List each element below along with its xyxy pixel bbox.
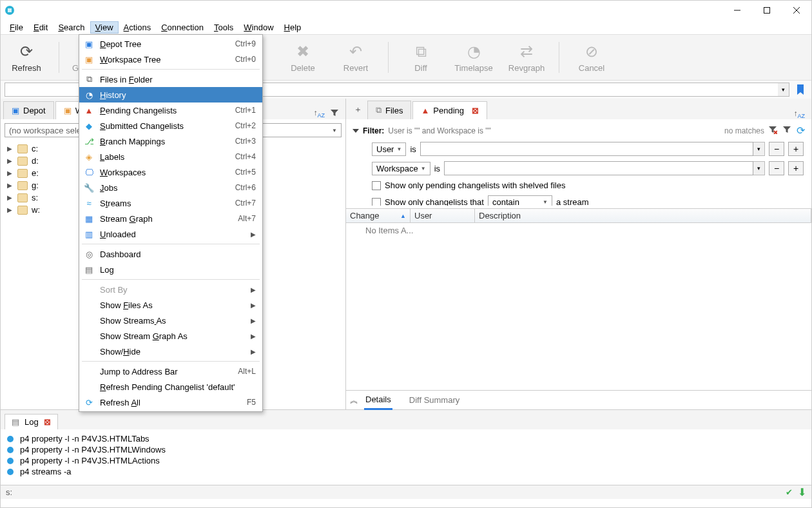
minimize-button[interactable] — [722, 1, 752, 20]
bookmark-icon[interactable] — [793, 83, 807, 97]
sort-icon[interactable]: ↑AZ — [313, 108, 325, 119]
menu-item-refresh-all[interactable]: ⟳Refresh AllF5 — [79, 395, 262, 410]
menu-tools[interactable]: Tools — [209, 21, 238, 34]
menu-item-workspace-tree[interactable]: ▣Workspace TreeCtrl+0 — [79, 52, 262, 67]
toolbar-delete: ✖Delete — [282, 43, 324, 73]
menu-item-show-files-as[interactable]: Show Files As▶ — [79, 297, 262, 313]
log-line: p4 property -l -n P4VJS.HTMLWindows — [7, 444, 805, 455]
diff-icon: ⧉ — [412, 43, 430, 61]
menu-item-log[interactable]: ▤Log — [79, 262, 262, 277]
folder-icon — [17, 157, 28, 166]
menu-item-jump-to-address-bar[interactable]: Jump to Address BarAlt+L — [79, 364, 262, 379]
log-tab[interactable]: ▤ Log ⊠ — [5, 414, 58, 429]
menu-item-unloaded[interactable]: ▥Unloaded▶ — [79, 226, 262, 242]
is-label-2: is — [434, 164, 440, 173]
menu-item-show-streams-as[interactable]: Show Streams As▶ — [79, 313, 262, 328]
close-log-icon[interactable]: ⊠ — [44, 417, 51, 427]
menu-item-streams[interactable]: ≈StreamsCtrl+7 — [79, 195, 262, 211]
user-input[interactable] — [420, 142, 753, 156]
close-tab-icon[interactable]: ⊠ — [472, 106, 479, 115]
folder-icon — [17, 144, 28, 153]
revert-icon: ↶ — [347, 43, 365, 61]
stream-checkbox[interactable] — [372, 198, 381, 206]
add-user-filter[interactable]: + — [788, 142, 804, 156]
contain-combo[interactable]: contain▼ — [488, 195, 552, 206]
menu-item-depot-tree[interactable]: ▣Depot TreeCtrl+9 — [79, 36, 262, 52]
toolbar-label: Revgraph — [508, 63, 545, 73]
menu-edit[interactable]: Edit — [28, 21, 53, 34]
clear-filter-icon[interactable] — [768, 125, 777, 136]
remove-workspace-filter[interactable]: − — [769, 161, 784, 175]
log-body: p4 property -l -n P4VJS.HTMLTabsp4 prope… — [1, 429, 811, 485]
expand-icon[interactable]: ▶ — [7, 170, 14, 177]
filter-icon[interactable] — [782, 125, 791, 136]
menu-item-history[interactable]: ◔History — [79, 87, 262, 103]
add-workspace-filter[interactable]: + — [788, 161, 804, 175]
blank-icon — [83, 315, 95, 326]
menu-item-submitted-changelists[interactable]: ◆Submitted ChangelistsCtrl+2 — [79, 118, 262, 133]
menu-help[interactable]: Help — [279, 21, 307, 34]
menu-item-show-hide[interactable]: Show/Hide▶ — [79, 344, 262, 359]
blank-icon — [83, 299, 95, 311]
view-menu-dropdown: ▣Depot TreeCtrl+9▣Workspace TreeCtrl+0⧉F… — [79, 34, 263, 412]
shelved-checkbox[interactable] — [372, 181, 381, 190]
menu-window[interactable]: Window — [238, 21, 278, 34]
tab-diff-summary[interactable]: Diff Summary — [408, 391, 461, 409]
menu-item-jobs[interactable]: 🔧JobsCtrl+6 — [79, 180, 262, 195]
close-button[interactable] — [782, 1, 811, 20]
workspace-input[interactable] — [444, 161, 753, 175]
menu-item-files-in-folder[interactable]: ⧉Files in Folder — [79, 72, 262, 87]
expand-icon[interactable]: ︽ — [350, 395, 358, 406]
tab-details[interactable]: Details — [364, 391, 392, 410]
user-dd[interactable]: ▾ — [753, 142, 765, 156]
toolbar-timelapse: ◔Timelapse — [453, 43, 494, 73]
menu-item-dashboard[interactable]: ◎Dashboard — [79, 246, 262, 262]
sort-icon[interactable]: ↑AZ — [793, 109, 805, 119]
menu-file[interactable]: File — [5, 21, 28, 34]
expand-icon[interactable]: ▶ — [7, 182, 14, 189]
menu-item-refresh-pending-changelist-default-[interactable]: Refresh Pending Changelist 'default' — [79, 379, 262, 395]
tab-files[interactable]: ⧉ Files — [367, 101, 411, 119]
maximize-button[interactable] — [752, 1, 782, 20]
log-panel: ▤ Log ⊠ p4 property -l -n P4VJS.HTMLTabs… — [1, 409, 811, 485]
tab-pending[interactable]: ▲ Pending ⊠ — [412, 101, 487, 119]
tab-depot[interactable]: ▣ Depot — [3, 101, 54, 119]
expand-icon[interactable]: ▶ — [7, 157, 14, 164]
workspace-combo[interactable]: Workspace▼ — [372, 162, 430, 175]
tab-pending-label: Pending — [433, 106, 464, 115]
menu-item-workspaces[interactable]: 🖵WorkspacesCtrl+5 — [79, 164, 262, 180]
tab-files-label: Files — [385, 106, 403, 115]
filter-icon[interactable] — [330, 108, 339, 119]
menu-search[interactable]: Search — [53, 21, 90, 34]
expand-icon[interactable]: ▶ — [7, 206, 14, 213]
col-change[interactable]: Change▲ — [346, 209, 411, 222]
collapse-filter-icon[interactable] — [353, 129, 359, 133]
menu-connection[interactable]: Connection — [156, 21, 209, 34]
toolbar-label: Timelapse — [454, 63, 492, 73]
menu-item-show-stream-graph-as[interactable]: Show Stream Graph As▶ — [79, 328, 262, 344]
menu-shortcut: Ctrl+4 — [235, 152, 256, 161]
unloaded-icon: ▥ — [83, 228, 95, 240]
menu-shortcut: Ctrl+0 — [235, 55, 256, 64]
add-tab-button[interactable]: ＋ — [349, 100, 367, 119]
col-user[interactable]: User — [411, 209, 475, 222]
menu-item-branch-mappings[interactable]: ⎇Branch MappingsCtrl+3 — [79, 133, 262, 149]
expand-icon[interactable]: ▶ — [7, 194, 14, 201]
menu-item-labels[interactable]: ◈LabelsCtrl+4 — [79, 149, 262, 164]
col-description[interactable]: Description — [475, 209, 811, 222]
address-dropdown[interactable]: ▾ — [778, 83, 789, 97]
workspace-dd[interactable]: ▾ — [753, 161, 765, 175]
menu-item-pending-changelists[interactable]: ▲Pending ChangelistsCtrl+1 — [79, 103, 262, 118]
expand-icon[interactable]: ▶ — [7, 145, 14, 152]
delete-icon: ✖ — [294, 43, 312, 61]
menu-view[interactable]: View — [90, 21, 119, 34]
user-combo[interactable]: User▼ — [372, 142, 406, 156]
depot-icon: ▣ — [12, 106, 19, 115]
remove-user-filter[interactable]: − — [769, 142, 784, 156]
menu-actions[interactable]: Actions — [119, 21, 157, 34]
stream-label: Show only changelists that — [385, 197, 484, 206]
menu-item-stream-graph[interactable]: ▦Stream GraphAlt+7 — [79, 211, 262, 226]
menu-item-label: Workspaces — [100, 168, 230, 177]
refresh-filter-icon[interactable]: ⟳ — [797, 124, 805, 137]
toolbar-refresh[interactable]: ⟳Refresh — [6, 43, 47, 73]
